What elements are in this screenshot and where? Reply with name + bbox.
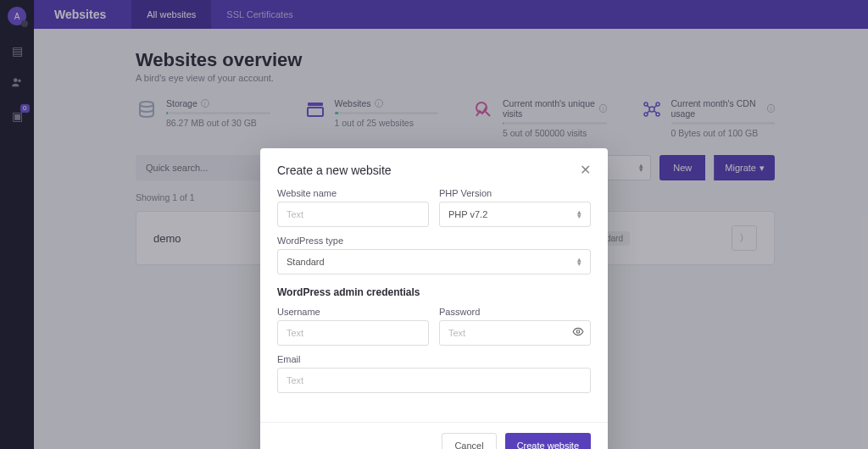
eye-icon[interactable] xyxy=(572,326,584,341)
wordpress-type-value: Standard xyxy=(287,257,325,267)
select-arrows-icon: ▴▾ xyxy=(577,258,581,267)
create-website-modal: Create a new website ✕ Website name PHP … xyxy=(260,148,608,449)
svg-point-11 xyxy=(576,330,580,334)
label-username: Username xyxy=(277,307,429,317)
label-password: Password xyxy=(439,307,591,317)
create-website-button[interactable]: Create website xyxy=(505,433,591,449)
label-wordpress-type: WordPress type xyxy=(277,236,591,246)
php-version-value: PHP v7.2 xyxy=(448,209,487,219)
email-input[interactable] xyxy=(277,368,591,393)
wordpress-type-select[interactable]: Standard▴▾ xyxy=(277,249,591,274)
website-name-input[interactable] xyxy=(277,202,429,227)
modal-overlay: Create a new website ✕ Website name PHP … xyxy=(0,0,868,449)
username-input[interactable] xyxy=(277,320,429,346)
password-input[interactable] xyxy=(439,320,591,346)
select-arrows-icon: ▴▾ xyxy=(577,210,581,219)
label-php-version: PHP Version xyxy=(439,188,591,198)
label-website-name: Website name xyxy=(277,188,429,198)
close-icon[interactable]: ✕ xyxy=(580,162,591,178)
section-credentials: WordPress admin credentials xyxy=(277,286,591,298)
label-email: Email xyxy=(277,354,591,364)
cancel-button[interactable]: Cancel xyxy=(442,433,496,449)
modal-title: Create a new website xyxy=(277,164,392,177)
php-version-select[interactable]: PHP v7.2▴▾ xyxy=(439,202,591,227)
